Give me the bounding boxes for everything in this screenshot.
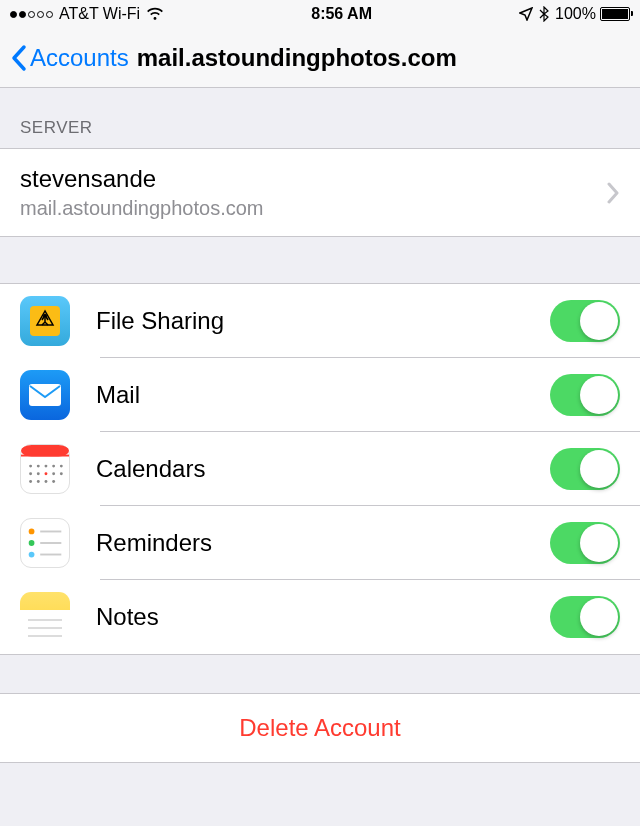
server-account-cell[interactable]: stevensande mail.astoundingphotos.com	[0, 149, 640, 236]
svg-point-11	[37, 472, 40, 475]
svg-rect-4	[21, 455, 69, 457]
svg-point-7	[45, 465, 48, 468]
svg-point-12	[45, 472, 48, 475]
server-account-name: stevensande	[20, 165, 606, 193]
service-label: File Sharing	[96, 307, 550, 335]
service-label: Reminders	[96, 529, 550, 557]
server-section-header: SERVER	[0, 88, 640, 148]
service-row-reminders: Reminders	[0, 506, 640, 580]
bluetooth-icon	[539, 6, 549, 22]
svg-point-9	[60, 465, 63, 468]
svg-point-15	[29, 480, 32, 483]
svg-point-13	[52, 472, 55, 475]
svg-point-19	[29, 529, 35, 535]
carrier-label: AT&T Wi-Fi	[59, 5, 140, 23]
service-row-file-sharing: File Sharing	[0, 284, 640, 358]
status-time: 8:56 AM	[311, 5, 372, 23]
delete-account-button[interactable]: Delete Account	[0, 693, 640, 763]
page-title: mail.astoundingphotos.com	[137, 44, 457, 72]
server-group: stevensande mail.astoundingphotos.com	[0, 148, 640, 237]
wifi-icon	[146, 7, 164, 21]
svg-point-6	[37, 465, 40, 468]
notes-icon	[20, 592, 70, 642]
battery-icon	[600, 7, 630, 21]
file-sharing-toggle[interactable]	[550, 300, 620, 342]
status-left: AT&T Wi-Fi	[10, 5, 164, 23]
server-host: mail.astoundingphotos.com	[20, 197, 606, 220]
file-sharing-icon	[20, 296, 70, 346]
svg-point-5	[29, 465, 32, 468]
svg-rect-2	[29, 384, 61, 406]
service-row-notes: Notes	[0, 580, 640, 654]
mail-toggle[interactable]	[550, 374, 620, 416]
signal-strength-icon	[10, 11, 53, 18]
status-bar: AT&T Wi-Fi 8:56 AM 100%	[0, 0, 640, 28]
chevron-right-icon	[606, 182, 620, 204]
svg-point-1	[43, 314, 47, 318]
svg-point-21	[29, 552, 35, 558]
svg-point-14	[60, 472, 63, 475]
status-right: 100%	[519, 5, 630, 23]
svg-rect-25	[20, 610, 70, 642]
service-label: Calendars	[96, 455, 550, 483]
services-group: File Sharing Mail Calendars Reminders No…	[0, 283, 640, 655]
service-row-calendars: Calendars	[0, 432, 640, 506]
reminders-icon	[20, 518, 70, 568]
svg-point-10	[29, 472, 32, 475]
notes-toggle[interactable]	[550, 596, 620, 638]
service-label: Mail	[96, 381, 550, 409]
back-label: Accounts	[30, 44, 129, 72]
calendars-icon	[20, 444, 70, 494]
nav-bar: Accounts mail.astoundingphotos.com	[0, 28, 640, 88]
chevron-left-icon	[10, 44, 28, 72]
service-label: Notes	[96, 603, 550, 631]
svg-point-8	[52, 465, 55, 468]
reminders-toggle[interactable]	[550, 522, 620, 564]
mail-icon	[20, 370, 70, 420]
service-row-mail: Mail	[0, 358, 640, 432]
back-button[interactable]: Accounts	[10, 44, 129, 72]
svg-point-18	[52, 480, 55, 483]
battery-percentage: 100%	[555, 5, 596, 23]
svg-point-16	[37, 480, 40, 483]
svg-point-20	[29, 540, 35, 546]
location-icon	[519, 7, 533, 21]
svg-point-17	[45, 480, 48, 483]
calendars-toggle[interactable]	[550, 448, 620, 490]
